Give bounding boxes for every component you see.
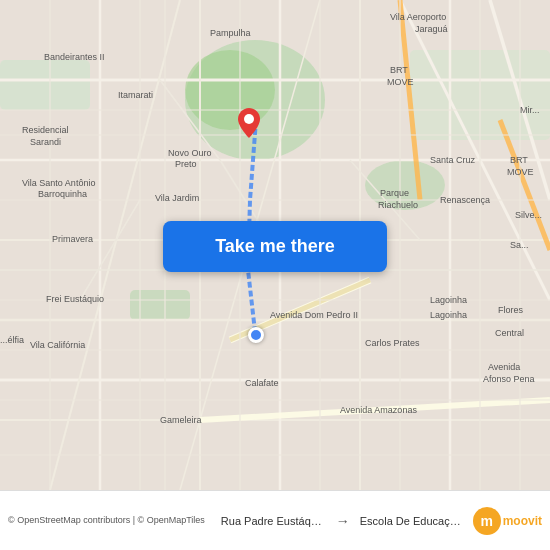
svg-point-47	[244, 114, 254, 124]
moovit-brand-text: moovit	[503, 514, 542, 528]
take-me-there-button[interactable]: Take me there	[163, 221, 387, 272]
route-info: Rua Padre Eustáquio,... → Escola De Educ…	[213, 513, 473, 529]
svg-rect-3	[130, 290, 190, 320]
to-location: Escola De Educação Física...	[360, 515, 465, 527]
map-attribution: © OpenStreetMap contributors | © OpenMap…	[0, 515, 213, 527]
current-location-dot	[248, 327, 264, 343]
destination-pin	[238, 108, 260, 138]
bottom-bar: © OpenStreetMap contributors | © OpenMap…	[0, 490, 550, 550]
moovit-logo: m moovit	[473, 507, 550, 535]
svg-point-4	[365, 160, 445, 210]
svg-rect-5	[0, 60, 90, 110]
from-location: Rua Padre Eustáquio,...	[221, 515, 326, 527]
map-container: PampulhaBandeirantes IIItamaratiResidenc…	[0, 0, 550, 490]
moovit-icon: m	[473, 507, 501, 535]
route-arrow-icon: →	[336, 513, 350, 529]
button-container: Take me there	[163, 221, 387, 272]
svg-point-2	[185, 50, 275, 130]
